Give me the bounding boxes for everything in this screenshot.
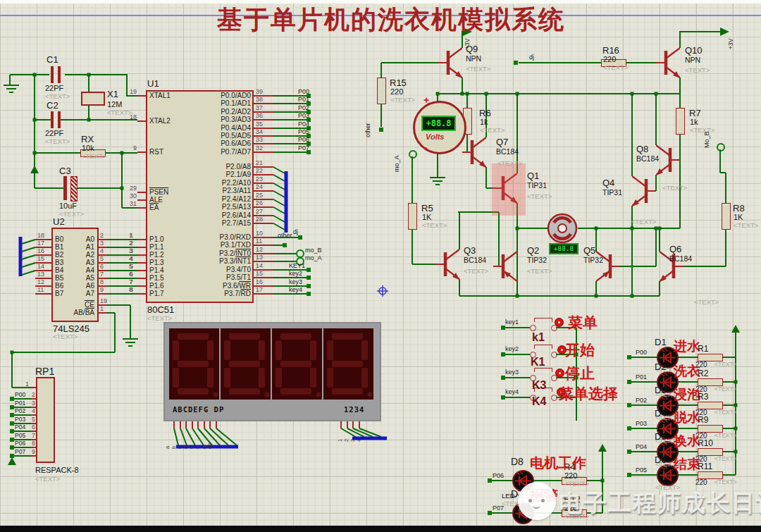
transistor-placeholder: <TEXT>	[527, 192, 552, 200]
u2-pin-B6: B6	[55, 282, 63, 290]
u2-pin-num: 4	[100, 247, 104, 254]
net-label-P04: P04	[636, 443, 647, 450]
transistor-ref-Q4: Q4	[602, 178, 614, 188]
transistor-part: NPN	[685, 56, 700, 64]
u1-placeholder: <TEXT>	[147, 314, 172, 322]
transistor-part: NPN	[466, 54, 481, 63]
u1-pin-P3.7/: P3.7/RD	[183, 290, 251, 297]
label-layer: U180C51<TEXT>XTAL119XTAL218RST9PSEN29ALE…	[0, 0, 761, 532]
rp1-pin-num: 4	[32, 407, 35, 414]
net-label-P01: P01	[636, 373, 647, 381]
rp1-pin-num: 2	[32, 391, 35, 398]
net-label-P05: P05	[298, 128, 309, 135]
u1-pin-P0.4/AD4: P0.4/AD4	[183, 124, 251, 132]
u1-pin-num: 11	[256, 237, 262, 245]
transistor-placeholder: <TEXT>	[464, 267, 488, 275]
u1-pin-num: 29	[128, 185, 137, 192]
resistor-ref-RX: RX	[81, 134, 94, 144]
net-label-P06: P06	[493, 472, 504, 479]
u1-pin-P3.0/RXD: P3.0/RXD	[183, 233, 251, 241]
transistor-ref-Q6: Q6	[669, 244, 681, 254]
rp1-ref: RP1	[35, 366, 54, 377]
net-label-P02: P02	[298, 104, 309, 111]
u2-pin-num: 2	[100, 232, 104, 239]
u1-pin-P2.7/A15: P2.7/A15	[183, 219, 251, 227]
u2-pin-A0: A0	[68, 235, 94, 243]
u1-pin-P3.6/: P3.6/WR	[183, 282, 251, 290]
net-label-Mo_B: Mo_B	[703, 131, 710, 148]
u1-pin-P0.2/AD2: P0.2/AD2	[183, 108, 251, 116]
u1-pin-P3.2/: P3.2/INT0	[183, 249, 251, 257]
resistor-placeholder: <TEXT>	[734, 221, 758, 229]
transistor-placeholder: <TEXT>	[527, 267, 552, 275]
led-ref-D3: D3	[655, 385, 667, 395]
u2-pin-num: 17	[37, 240, 44, 247]
key-label-key1: k1	[532, 331, 545, 344]
u2-pin-num: 14	[37, 263, 44, 270]
net-label-P06: P06	[298, 136, 309, 143]
resistor-val: 1K	[734, 213, 743, 221]
voltmeter-unit: Volts	[426, 132, 445, 141]
u1-pin-P0.7/AD7: P0.7/AD7	[183, 148, 251, 156]
led-stage-text-D6: 结束	[674, 455, 700, 474]
rp1-part: RESPACK-8	[35, 466, 79, 474]
u1-pin-P1.7: P1.7	[149, 290, 164, 297]
rp1-pin-num: 6	[32, 423, 35, 431]
net-label-P02: P02	[15, 407, 25, 414]
net-label-mo_A: mo_A	[393, 155, 400, 172]
u1-pin-num: 33	[256, 136, 263, 143]
display-pin-label: dp	[206, 443, 213, 449]
u1-pin-P3.1/TXD: P3.1/TXD	[183, 241, 251, 249]
u1-pin-P0.3/AD3: P0.3/AD3	[183, 116, 251, 123]
net-label-key1: key1	[505, 318, 519, 326]
net-label-P00: P00	[15, 391, 25, 398]
transistor-placeholder: <TEXT>	[466, 65, 490, 73]
transistor-ref-Q5: Q5	[583, 245, 595, 256]
resistor-placeholder: <TEXT>	[390, 96, 415, 104]
u2-pin-A6: A6	[68, 282, 94, 290]
resistor-ref-R5: R5	[421, 203, 433, 214]
u1-pin-P1.5: P1.5	[149, 274, 164, 282]
u1-pin-num: 23	[256, 175, 263, 183]
key-function-text-key4: 菜单选择	[559, 384, 618, 404]
display-pin-label: a	[164, 446, 171, 449]
cap-val: 22PF	[45, 84, 63, 92]
u2-pin-A2: A2	[68, 251, 94, 259]
u2-pin-num: 9	[100, 286, 104, 293]
resistor-placeholder: <TEXT>	[480, 126, 505, 134]
transistor-part: TIP31	[602, 188, 622, 197]
net-label-other: other	[364, 123, 371, 137]
u2-pin-B3: B3	[55, 259, 63, 266]
u1-p1-wire-num: 3	[130, 247, 133, 254]
display-pin-label: c	[176, 446, 182, 449]
u1-pin-P2.4/A12: P2.4/A12	[183, 195, 251, 203]
display-segment-labels: ABCDEFG DP	[173, 405, 224, 414]
resistor-val: 1k	[690, 118, 698, 126]
transistor-part: TIP32	[527, 256, 547, 264]
display-pin-label: 3	[349, 439, 356, 442]
voltmeter-minus: -	[423, 141, 427, 154]
u1-pin-num: 19	[128, 88, 137, 95]
net-label-key2: key2	[289, 270, 302, 277]
net-label-P02: P02	[636, 397, 647, 404]
u1-pin-num: 28	[256, 216, 263, 223]
u2-pin-B2: B2	[55, 251, 63, 259]
led-ref-D2: D2	[655, 361, 667, 372]
net-label-mo_B: mo_B	[305, 247, 322, 254]
u1-pin-num: 25	[256, 192, 263, 199]
u2-pin-num: 1	[100, 305, 104, 312]
u1-pin-P1.6: P1.6	[149, 282, 164, 290]
power-flag-label: +3V	[464, 39, 471, 49]
net-label-dj: dj	[529, 54, 534, 61]
resistor-placeholder: <TEXT>	[714, 385, 737, 392]
u2-pin-num: 19	[100, 297, 107, 304]
u1-pin-P2.2/A10: P2.2/A10	[183, 179, 251, 187]
transistor-placeholder: <TEXT>	[685, 66, 710, 74]
display-digit-labels: 1234	[344, 405, 364, 414]
u2-pin-ctrl: CE	[68, 301, 94, 309]
u1-pin-num: 14	[256, 262, 263, 269]
transistor-placeholder: <TEXT>	[694, 298, 719, 306]
net-label-P03: P03	[15, 416, 25, 423]
resistor-placeholder: <TEXT>	[714, 361, 737, 368]
led-ref-D6: D6	[655, 454, 667, 465]
